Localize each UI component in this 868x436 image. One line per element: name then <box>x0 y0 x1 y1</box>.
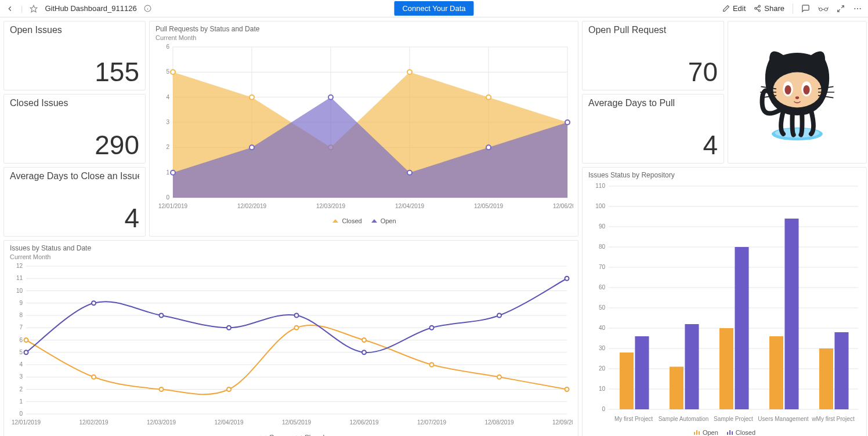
expand-icon[interactable] <box>837 5 845 13</box>
svg-point-53 <box>565 120 570 125</box>
edit-label: Edit <box>733 4 746 13</box>
svg-text:Sample Project: Sample Project <box>714 416 753 422</box>
svg-text:50: 50 <box>599 304 606 311</box>
svg-point-10 <box>824 8 827 10</box>
svg-point-112 <box>497 375 501 379</box>
svg-point-4 <box>758 5 760 7</box>
svg-point-115 <box>92 301 96 305</box>
svg-marker-0 <box>31 5 38 12</box>
page-title: GitHub Dashboard_911126 <box>45 4 136 13</box>
chart-title: Pull Requests by Status and Date <box>155 25 572 33</box>
chart-issues-by-date: Issues by Status and Date Current Month … <box>3 240 578 436</box>
svg-point-45 <box>407 70 412 74</box>
share-button[interactable]: Share <box>754 4 784 13</box>
svg-point-105 <box>24 338 28 342</box>
chart-legend: Closed Open <box>155 217 572 224</box>
svg-text:70: 70 <box>599 264 606 270</box>
star-icon[interactable] <box>30 5 38 13</box>
svg-point-51 <box>407 170 412 175</box>
svg-text:7: 7 <box>19 324 23 330</box>
svg-text:60: 60 <box>599 284 606 290</box>
octocat-image <box>728 21 867 164</box>
svg-text:2: 2 <box>166 144 169 150</box>
svg-text:5: 5 <box>19 349 23 355</box>
svg-rect-152 <box>685 324 699 409</box>
kpi-title: Average Days to Close an Issue <box>10 171 139 181</box>
svg-text:20: 20 <box>599 365 606 372</box>
svg-rect-151 <box>670 367 683 410</box>
svg-point-52 <box>486 145 491 150</box>
svg-text:My first Project: My first Project <box>614 416 653 422</box>
svg-rect-161 <box>834 332 848 409</box>
svg-point-63 <box>795 96 799 99</box>
svg-text:1: 1 <box>19 398 23 405</box>
svg-text:10: 10 <box>16 288 23 294</box>
connect-data-button[interactable]: Connect Your Data <box>394 1 473 16</box>
svg-text:110: 110 <box>595 183 605 189</box>
svg-text:9: 9 <box>19 300 23 306</box>
svg-rect-155 <box>735 247 748 409</box>
kpi-value: 155 <box>95 56 139 88</box>
svg-marker-55 <box>371 219 377 223</box>
svg-point-118 <box>295 314 299 318</box>
svg-rect-148 <box>620 353 634 409</box>
kpi-avg-days-pull: Average Days to Pull 4 <box>582 94 724 164</box>
svg-line-8 <box>757 9 759 10</box>
svg-rect-158 <box>784 219 798 409</box>
svg-rect-165 <box>727 432 728 435</box>
glasses-icon[interactable] <box>818 5 829 12</box>
kpi-value: 290 <box>95 129 139 161</box>
svg-point-61 <box>784 85 791 95</box>
svg-point-116 <box>160 314 164 318</box>
svg-point-119 <box>362 350 366 354</box>
svg-point-108 <box>227 387 231 391</box>
svg-text:12/03/2019: 12/03/2019 <box>316 203 345 209</box>
chart-legend: Open Closed <box>10 434 572 436</box>
kpi-title: Average Days to Pull <box>588 98 718 108</box>
back-icon[interactable] <box>6 5 14 13</box>
kpi-title: Open Pull Request <box>588 25 718 35</box>
svg-point-114 <box>24 350 28 354</box>
svg-point-43 <box>249 95 254 100</box>
svg-text:3: 3 <box>166 119 169 125</box>
svg-rect-154 <box>719 328 733 409</box>
svg-point-14 <box>857 8 858 9</box>
svg-point-50 <box>328 95 333 100</box>
svg-line-12 <box>838 9 840 12</box>
svg-text:12/09/2019: 12/09/2019 <box>552 419 573 426</box>
share-label: Share <box>764 4 784 13</box>
svg-text:90: 90 <box>599 223 606 230</box>
svg-text:12/01/2019: 12/01/2019 <box>12 419 41 426</box>
svg-point-48 <box>171 170 175 175</box>
svg-text:40: 40 <box>599 325 606 331</box>
info-icon[interactable] <box>144 5 151 12</box>
svg-text:2: 2 <box>19 386 23 393</box>
svg-text:12/07/2019: 12/07/2019 <box>417 419 446 426</box>
svg-text:5: 5 <box>166 68 169 75</box>
kpi-value: 4 <box>703 129 718 161</box>
more-icon[interactable] <box>853 4 862 13</box>
comment-icon[interactable] <box>801 4 810 13</box>
svg-text:6: 6 <box>166 43 169 50</box>
svg-point-5 <box>755 8 757 9</box>
chart-legend: Open Closed <box>588 429 860 436</box>
octocat-icon <box>751 40 844 144</box>
svg-text:12/02/2019: 12/02/2019 <box>79 419 108 426</box>
svg-text:0: 0 <box>602 406 605 412</box>
svg-line-11 <box>841 5 844 8</box>
svg-text:8: 8 <box>19 312 23 318</box>
chart-canvas: 012345612/01/201912/02/201912/03/201912/… <box>155 41 573 215</box>
kpi-title: Open Issues <box>10 25 139 35</box>
svg-point-6 <box>758 10 760 12</box>
svg-point-9 <box>819 8 822 10</box>
svg-point-107 <box>160 387 164 391</box>
svg-point-106 <box>92 375 96 379</box>
svg-text:12/06/2019: 12/06/2019 <box>553 203 573 209</box>
svg-text:12/05/2019: 12/05/2019 <box>282 419 311 426</box>
svg-rect-167 <box>732 431 733 435</box>
svg-text:12/02/2019: 12/02/2019 <box>237 203 266 209</box>
edit-button[interactable]: Edit <box>722 4 746 13</box>
chart-pull-requests: Pull Requests by Status and Date Current… <box>149 21 578 237</box>
svg-rect-166 <box>729 430 730 435</box>
kpi-value: 70 <box>688 56 718 88</box>
